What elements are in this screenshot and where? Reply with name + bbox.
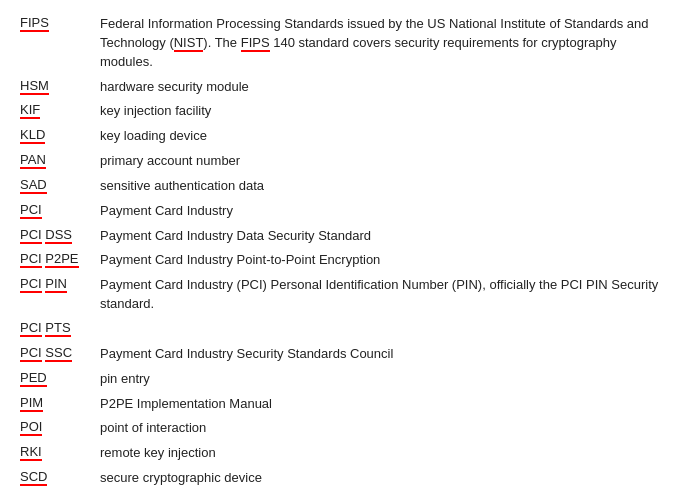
glossary-row: POIpoint of interaction — [20, 416, 666, 441]
term-word: HSM — [20, 78, 49, 95]
term-word: FIPS — [20, 15, 49, 32]
glossary-definition: secure cryptographic device — [100, 466, 666, 491]
glossary-table: FIPSFederal Information Processing Stand… — [20, 12, 666, 491]
glossary-term: KLD — [20, 124, 100, 149]
glossary-term: PCI PTS — [20, 317, 100, 342]
glossary-definition: Payment Card Industry (PCI) Personal Ide… — [100, 273, 666, 317]
glossary-definition: pin entry — [100, 367, 666, 392]
glossary-term: SCD — [20, 466, 100, 491]
glossary-definition: key loading device — [100, 124, 666, 149]
glossary-row: PCI SSCPayment Card Industry Security St… — [20, 342, 666, 367]
glossary-term: POI — [20, 416, 100, 441]
term-word: PCI — [20, 320, 42, 337]
glossary-definition — [100, 317, 666, 342]
term-word: PCI — [20, 202, 42, 219]
glossary-row: PEDpin entry — [20, 367, 666, 392]
term-word: PCI — [20, 251, 42, 268]
glossary-row: RKIremote key injection — [20, 441, 666, 466]
glossary-term: RKI — [20, 441, 100, 466]
term-word: POI — [20, 419, 42, 436]
glossary-term: PCI — [20, 199, 100, 224]
glossary-definition: remote key injection — [100, 441, 666, 466]
term-word: KIF — [20, 102, 40, 119]
glossary-term: PCI SSC — [20, 342, 100, 367]
glossary-definition: P2PE Implementation Manual — [100, 392, 666, 417]
glossary-row: PCI PTS — [20, 317, 666, 342]
glossary-definition: Payment Card Industry Security Standards… — [100, 342, 666, 367]
term-word: P2PE — [45, 251, 78, 268]
term-word: RKI — [20, 444, 42, 461]
glossary-term: FIPS — [20, 12, 100, 75]
term-word: PIN — [45, 276, 67, 293]
term-word: PCI — [20, 227, 42, 244]
glossary-definition: primary account number — [100, 149, 666, 174]
glossary-row: PIMP2PE Implementation Manual — [20, 392, 666, 417]
glossary-row: FIPSFederal Information Processing Stand… — [20, 12, 666, 75]
glossary-definition: Payment Card Industry Point-to-Point Enc… — [100, 248, 666, 273]
glossary-row: PCI DSSPayment Card Industry Data Securi… — [20, 224, 666, 249]
glossary-row: PANprimary account number — [20, 149, 666, 174]
term-word: PCI — [20, 276, 42, 293]
glossary-definition: Payment Card Industry Data Security Stan… — [100, 224, 666, 249]
glossary-term: PIM — [20, 392, 100, 417]
glossary-definition: Payment Card Industry — [100, 199, 666, 224]
glossary-row: PCI PINPayment Card Industry (PCI) Perso… — [20, 273, 666, 317]
term-word: SAD — [20, 177, 47, 194]
term-word: PED — [20, 370, 47, 387]
glossary-definition: point of interaction — [100, 416, 666, 441]
term-word: PAN — [20, 152, 46, 169]
glossary-term: PCI PIN — [20, 273, 100, 317]
term-word: SSC — [45, 345, 72, 362]
glossary-definition: key injection facility — [100, 99, 666, 124]
glossary-row: SCDsecure cryptographic device — [20, 466, 666, 491]
glossary-term: KIF — [20, 99, 100, 124]
term-word: KLD — [20, 127, 45, 144]
term-word: SCD — [20, 469, 47, 486]
glossary-term: PAN — [20, 149, 100, 174]
term-word: DSS — [45, 227, 72, 244]
glossary-row: KIFkey injection facility — [20, 99, 666, 124]
glossary-row: SADsensitive authentication data — [20, 174, 666, 199]
term-word: PIM — [20, 395, 43, 412]
glossary-term: PCI P2PE — [20, 248, 100, 273]
glossary-term: SAD — [20, 174, 100, 199]
glossary-term: HSM — [20, 75, 100, 100]
glossary-term: PED — [20, 367, 100, 392]
glossary-definition: Federal Information Processing Standards… — [100, 12, 666, 75]
glossary-row: HSMhardware security module — [20, 75, 666, 100]
term-word: PTS — [45, 320, 70, 337]
glossary-definition: hardware security module — [100, 75, 666, 100]
glossary-row: PCIPayment Card Industry — [20, 199, 666, 224]
glossary-definition: sensitive authentication data — [100, 174, 666, 199]
term-word: PCI — [20, 345, 42, 362]
glossary-term: PCI DSS — [20, 224, 100, 249]
glossary-row: KLDkey loading device — [20, 124, 666, 149]
glossary-row: PCI P2PEPayment Card Industry Point-to-P… — [20, 248, 666, 273]
